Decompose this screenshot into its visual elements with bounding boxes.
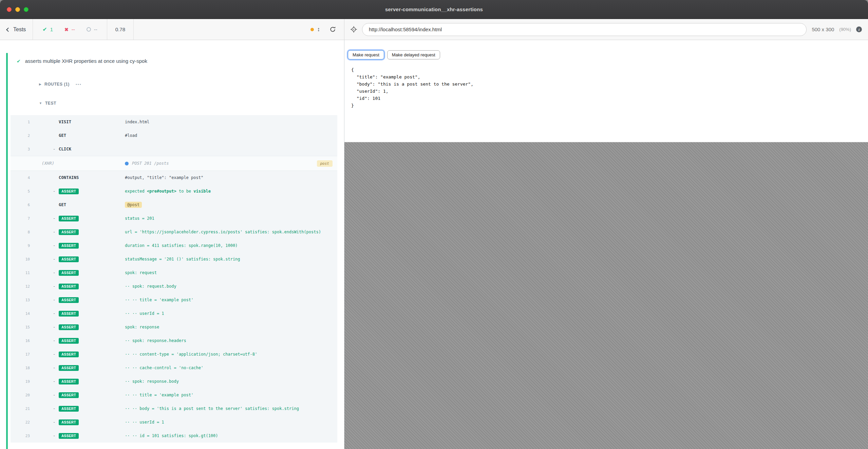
scroll-arrow-icon[interactable]: ↕ [317,26,320,33]
make-request-button[interactable]: Make request [348,50,384,59]
command-name-column: - CLICK [59,147,125,151]
routes-section-toggle[interactable]: ▶ ROUTES (1) ••• [8,80,344,88]
assert-badge: ASSERT [59,419,79,425]
command-row[interactable]: 18 - ASSERT ·· ·· cache-control = 'no-ca… [11,361,337,375]
url-bar[interactable]: http://localhost:58594/index.html [362,23,807,36]
command-row[interactable]: 17 - ASSERT ·· ·· content-type = 'applic… [11,347,337,361]
command-row[interactable]: 11 - ASSERT spok: request [11,266,337,280]
command-number: 8 [11,230,30,234]
command-message: spok: request [125,270,333,275]
command-message: statusMessage = '201 ()' satisfies: spok… [125,257,333,262]
command-row[interactable]: 13 - ASSERT ·· ·· title = 'example post' [11,293,337,307]
command-dash: - [53,216,55,221]
command-row[interactable]: 9 - ASSERT duration = 411 satisfies: spo… [11,239,337,252]
refresh-icon[interactable] [329,26,336,33]
command-row[interactable]: 6 GET @post [11,198,337,212]
command-name: (XHR) [42,161,54,166]
command-name-column: CONTAINS [59,175,125,180]
divider [133,19,134,40]
command-name-column: - ASSERT [59,379,125,384]
assert-badge: ASSERT [59,297,79,303]
app-window: server-communication__xhr-assertions Tes… [0,0,868,449]
command-name-column: GET [59,202,125,207]
command-number: 12 [11,284,30,289]
command-row[interactable]: 8 - ASSERT url = 'https://jsonplaceholde… [11,225,337,239]
command-name-column: (XHR) [59,161,125,166]
window-minimize-button[interactable] [15,7,20,12]
command-name-column: - ASSERT [59,433,125,439]
command-dash: - [53,338,55,343]
command-message: ·· ·· userId = 1 [125,420,333,425]
caret-right-icon: ▶ [39,83,41,86]
window-titlebar: server-communication__xhr-assertions [0,0,868,19]
command-row[interactable]: 14 - ASSERT ·· ·· userId = 1 [11,307,337,320]
failed-stat: ✖ -- [59,26,81,32]
aut-buttons: Make request Make delayed request [348,50,868,59]
command-message: ·· ·· title = 'example post' [125,298,333,302]
command-row[interactable]: (XHR) POST 201 /posts post [11,156,337,171]
command-row[interactable]: 4 CONTAINS #output, "title": "example po… [11,171,337,184]
assert-badge: ASSERT [59,338,79,344]
command-dash: - [53,230,55,234]
command-message: ·· spok: request.body [125,284,333,289]
info-icon[interactable]: i [856,26,862,32]
make-delayed-request-button[interactable]: Make delayed request [387,50,440,59]
test-section-label: TEST [45,101,56,106]
command-row[interactable]: 10 - ASSERT statusMessage = '201 ()' sat… [11,252,337,266]
window-zoom-button[interactable] [24,7,29,12]
command-message: ·· spok: response.headers [125,338,333,343]
assert-badge: ASSERT [59,311,79,317]
assert-badge: ASSERT [59,324,79,330]
caret-down-icon: ▼ [39,102,42,105]
command-dash: - [53,379,55,384]
passed-count: 1 [50,26,53,32]
assert-badge: ASSERT [59,379,79,384]
command-row[interactable]: 16 - ASSERT ·· spok: response.headers [11,334,337,347]
command-row[interactable]: 22 - ASSERT ·· ·· userId = 1 [11,415,337,429]
command-name-column: - ASSERT [59,338,125,344]
command-message: POST 201 /posts [125,161,313,166]
assert-badge: ASSERT [59,406,79,412]
test-section-toggle[interactable]: ▼ TEST [8,100,344,107]
command-number: 9 [11,244,30,248]
command-name-column: - ASSERT [59,406,125,412]
reporter-header: Tests ✔ 1 ✖ -- -- 0.78 ↕ [0,19,344,40]
command-message: url = 'https://jsonplaceholder.cypress.i… [125,230,333,234]
assert-badge: ASSERT [59,365,79,371]
command-row[interactable]: 21 - ASSERT ·· ·· body = 'this is a post… [11,402,337,415]
assert-badge: ASSERT [59,188,79,194]
selector-playground-icon[interactable] [351,26,357,33]
reporter-panel: ✔ asserts multiple XHR properties at onc… [0,40,344,449]
pending-count: -- [94,26,97,32]
command-row[interactable]: 7 - ASSERT status = 201 [11,212,337,225]
command-name: CONTAINS [59,175,79,180]
command-row[interactable]: 12 - ASSERT ·· spok: request.body [11,280,337,293]
command-number: 5 [11,189,30,194]
command-message: spok: response [125,325,333,329]
auto-scroll-indicator-icon [310,28,314,31]
command-row[interactable]: 23 - ASSERT ·· ·· id = 101 satisfies: sp… [11,429,337,443]
command-name-column: - ASSERT [59,284,125,289]
command-row[interactable]: 3 - CLICK [11,142,337,156]
command-row[interactable]: 15 - ASSERT spok: response [11,320,337,334]
command-name: VISIT [59,120,71,124]
window-close-button[interactable] [7,7,12,12]
test-header[interactable]: ✔ asserts multiple XHR properties at onc… [8,53,344,69]
command-name-column: - ASSERT [59,392,125,398]
assert-badge: ASSERT [59,352,79,357]
failed-count: -- [72,26,75,32]
main-content: ✔ asserts multiple XHR properties at onc… [0,40,868,449]
command-dash: - [53,325,55,329]
command-dash: - [53,352,55,357]
command-row[interactable]: 20 - ASSERT ·· ·· title = 'example post' [11,388,337,402]
browser-header: http://localhost:58594/index.html 500 x … [344,19,868,40]
command-number: 22 [11,420,30,425]
command-row[interactable]: 1 VISIT index.html [11,115,337,129]
command-dash: - [53,284,55,289]
command-row[interactable]: 19 - ASSERT ·· spok: response.body [11,375,337,388]
command-message: ·· ·· title = 'example post' [125,393,333,397]
back-to-tests-button[interactable]: Tests [5,26,33,33]
assert-badge: ASSERT [59,433,79,439]
command-row[interactable]: 5 - ASSERT expected <pre#output> to be v… [11,184,337,198]
command-row[interactable]: 2 GET #load [11,129,337,142]
